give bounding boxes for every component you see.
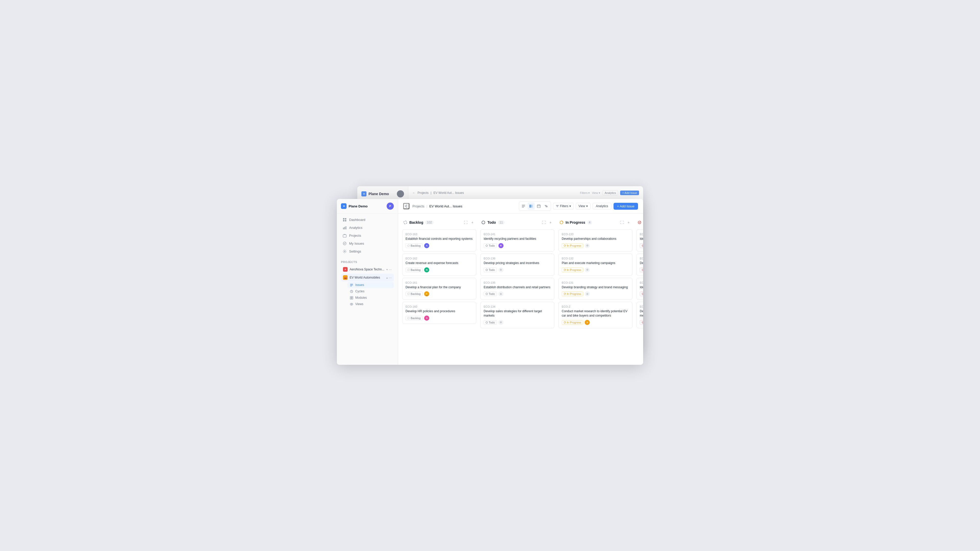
issue-title: Develop sales strategies for different t… (484, 309, 551, 318)
issue-card-eco134[interactable]: ECO-134 Develop sales strategies for dif… (480, 302, 554, 328)
issue-footer: Backlog A (406, 243, 473, 248)
aeronova-color: A (343, 267, 348, 272)
column-title-todo: Todo (487, 221, 496, 224)
issue-id: ECO-131 (562, 281, 629, 284)
svg-rect-14 (343, 227, 344, 229)
column-expand-inprogress[interactable]: ⛶ (619, 220, 625, 225)
analytics-button[interactable]: Analytics (593, 203, 611, 210)
topbar-actions: Filters ▾ View ▾ Analytics + Add Issue (519, 202, 638, 211)
filters-button[interactable]: Filters ▾ (553, 203, 574, 210)
issue-id: ECO-163 (406, 233, 473, 236)
column-add-todo[interactable]: + (548, 220, 553, 225)
bg-analytics-btn[interactable]: Analytics (602, 190, 618, 195)
user-avatar[interactable]: P (387, 203, 394, 210)
column-expand-todo[interactable]: ⛶ (541, 220, 547, 225)
issue-card-eco8[interactable]: ECO-8 Define project roles and resp asks… (636, 302, 643, 328)
issue-title: Identify optimal locations for (640, 237, 643, 241)
sidebar-settings-label: Settings (349, 249, 361, 253)
column-add-inprogress[interactable]: + (626, 220, 632, 225)
subnav-views[interactable]: Views (348, 301, 394, 307)
breadcrumb-current-path: EV World Aut... Issues (429, 204, 462, 208)
view-icons-group (519, 202, 551, 211)
sidebar-item-projects[interactable]: Projects (339, 232, 396, 239)
issue-card-eco141[interactable]: ECO-141 Identify recycling partners and … (480, 229, 554, 251)
svg-rect-25 (352, 297, 353, 298)
projects-section-label: Projects (341, 260, 394, 264)
issue-card-eco160[interactable]: ECO-160 Develop HR policies and procedur… (402, 302, 476, 324)
inprogress-dot-icon (564, 245, 566, 247)
issue-card-eco2[interactable]: ECO-2 Conduct market research to identif… (558, 302, 632, 328)
bg-add-issue-btn[interactable]: + Add Issue (620, 191, 639, 195)
issue-title: Develop HR policies and procedures (406, 309, 473, 313)
issue-title: Define project roles and resp asks to te… (640, 309, 643, 318)
issue-card-eco128[interactable]: ECO-128 Identify market opportunitie Pro… (636, 278, 643, 300)
subnav-cycles[interactable]: Cycles (348, 288, 394, 294)
column-header-todo: Todo 11 ⛶ + (480, 218, 554, 227)
inprogress-dot-icon (564, 293, 566, 295)
evworld-subnav: Issues Cycles Modules (348, 282, 394, 307)
issue-card-eco133[interactable]: ECO-133 Develop partnerships and collabo… (558, 229, 632, 251)
issue-title: Develop branding strategy and brand mess… (562, 285, 629, 289)
column-header-backlog: Backlog 102 ⛶ + (402, 218, 476, 227)
sidebar-item-myissues[interactable]: My Issues (339, 240, 396, 247)
add-issue-button[interactable]: + Add Issue (614, 203, 638, 210)
issue-avatar: V (585, 320, 590, 325)
bg-back-btn[interactable]: ← (412, 191, 415, 195)
projects-icon (342, 233, 347, 238)
column-todo: Todo 11 ⛶ + ECO-141 Identify recycling p… (480, 218, 554, 361)
subnav-views-label: Views (355, 302, 363, 306)
board-view-btn[interactable] (528, 203, 535, 210)
issue-footer: In Progress V (562, 320, 629, 325)
svg-rect-33 (531, 205, 532, 208)
projects-section: Projects A AeroNova Space Techn... ▾ ···… (337, 257, 398, 310)
aeronova-expand-icon[interactable]: ▾ (387, 268, 388, 271)
evworld-expand-icon[interactable]: ▴ (387, 276, 388, 279)
status-pill-todo: Todo (484, 243, 497, 248)
bg-breadcrumb: ← Projects | EV World Aut... Issues Filt… (412, 190, 639, 195)
view-button[interactable]: View ▾ (576, 203, 590, 210)
column-header-proofing: Proofing 6 ⛶ + (636, 218, 643, 227)
issue-title: Develop a financial plan for the company (406, 285, 473, 289)
inprogress-dot-icon (564, 269, 566, 271)
evworld-dots-icon[interactable]: ··· (389, 275, 392, 279)
svg-rect-22 (350, 286, 352, 286)
svg-rect-10 (343, 218, 345, 220)
issue-card-eco162[interactable]: ECO-162 Create revenue and expense forec… (402, 254, 476, 276)
sidebar-item-dashboard[interactable]: Dashboard (339, 216, 396, 224)
issue-card-eco135[interactable]: ECO-135 Establish distribution channels … (480, 278, 554, 300)
project-item-evworld[interactable]: 🚗 EV World Automobiles ▴ ··· (341, 274, 394, 281)
back-button[interactable] (403, 203, 409, 209)
filters-chevron-icon: ▾ (570, 204, 571, 208)
sidebar: ✦ Plane Demo P Dashboard Analytics (337, 199, 398, 365)
column-inprogress: In Progress 4 ⛶ + ECO-133 Develop partne… (558, 218, 632, 361)
subnav-issues[interactable]: Issues (348, 282, 394, 288)
issue-card-eco137[interactable]: ECO-137 Develop a network of chargi Proo… (636, 254, 643, 276)
backlog-dot-icon (407, 269, 410, 271)
project-item-aeronova[interactable]: A AeroNova Space Techn... ▾ ··· (341, 265, 394, 273)
issue-card-eco163[interactable]: ECO-163 Establish financial controls and… (402, 229, 476, 251)
issue-card-eco161[interactable]: ECO-161 Develop a financial plan for the… (402, 278, 476, 300)
column-expand-backlog[interactable]: ⛶ (463, 220, 469, 225)
issue-id: ECO-134 (484, 305, 551, 308)
proofing-dot-icon (642, 245, 643, 247)
svg-rect-11 (345, 218, 346, 220)
subnav-modules[interactable]: Modules (348, 295, 394, 301)
column-add-backlog[interactable]: + (469, 220, 475, 225)
breadcrumb-projects[interactable]: Projects (412, 204, 425, 208)
aeronova-dots-icon[interactable]: ··· (389, 267, 392, 272)
analytics-icon (342, 225, 347, 230)
sidebar-analytics-label: Analytics (349, 226, 363, 230)
list-view-btn[interactable] (520, 203, 527, 210)
sidebar-item-settings[interactable]: Settings (339, 248, 396, 255)
issue-card-eco132[interactable]: ECO-132 Plan and execute marketing campa… (558, 254, 632, 276)
status-pill-inprogress: In Progress (562, 320, 583, 325)
sidebar-item-analytics[interactable]: Analytics (339, 224, 396, 231)
issue-id: ECO-160 (406, 305, 473, 308)
issue-card-eco138[interactable]: ECO-138 Identify optimal locations for P… (636, 229, 643, 251)
issue-card-eco131[interactable]: ECO-131 Develop branding strategy and br… (558, 278, 632, 300)
backlog-dot-icon (407, 293, 410, 295)
calendar-view-btn[interactable] (535, 203, 542, 210)
gantt-view-btn[interactable] (543, 203, 550, 210)
issue-card-eco136[interactable]: ECO-136 Develop pricing strategies and i… (480, 254, 554, 276)
issue-id: ECO-135 (484, 281, 551, 284)
